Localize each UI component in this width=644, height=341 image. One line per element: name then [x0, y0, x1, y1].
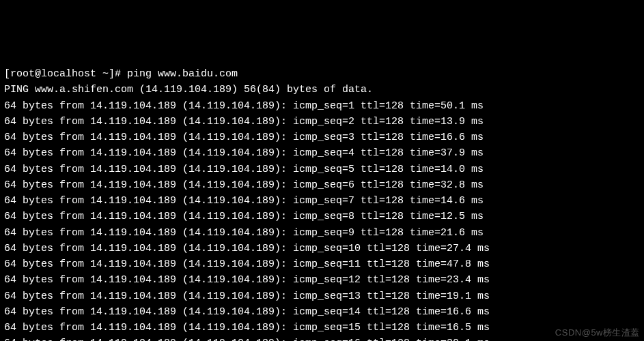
ping-reply: 64 bytes from 14.119.104.189 (14.119.104…	[4, 177, 640, 193]
ping-reply: 64 bytes from 14.119.104.189 (14.119.104…	[4, 304, 640, 320]
ping-reply: 64 bytes from 14.119.104.189 (14.119.104…	[4, 256, 640, 272]
ping-reply: 64 bytes from 14.119.104.189 (14.119.104…	[4, 209, 640, 224]
ping-reply: 64 bytes from 14.119.104.189 (14.119.104…	[4, 288, 640, 304]
ping-reply: 64 bytes from 14.119.104.189 (14.119.104…	[4, 241, 640, 256]
ping-reply: 64 bytes from 14.119.104.189 (14.119.104…	[4, 272, 640, 288]
terminal-output[interactable]: [root@localhost ~]# ping www.baidu.comPI…	[4, 66, 640, 341]
ping-reply: 64 bytes from 14.119.104.189 (14.119.104…	[4, 145, 640, 161]
ping-reply: 64 bytes from 14.119.104.189 (14.119.104…	[4, 130, 640, 145]
ping-reply: 64 bytes from 14.119.104.189 (14.119.104…	[4, 162, 640, 177]
ping-reply: 64 bytes from 14.119.104.189 (14.119.104…	[4, 98, 640, 114]
ping-reply: 64 bytes from 14.119.104.189 (14.119.104…	[4, 193, 640, 209]
ping-reply: 64 bytes from 14.119.104.189 (14.119.104…	[4, 225, 640, 241]
ping-reply: 64 bytes from 14.119.104.189 (14.119.104…	[4, 320, 640, 336]
ping-header: PING www.a.shifen.com (14.119.104.189) 5…	[4, 82, 640, 98]
ping-reply: 64 bytes from 14.119.104.189 (14.119.104…	[4, 114, 640, 130]
watermark: CSDN@5w榜生渣蓋	[555, 326, 640, 340]
ping-reply: 64 bytes from 14.119.104.189 (14.119.104…	[4, 336, 640, 341]
prompt-line[interactable]: [root@localhost ~]# ping www.baidu.com	[4, 66, 640, 82]
